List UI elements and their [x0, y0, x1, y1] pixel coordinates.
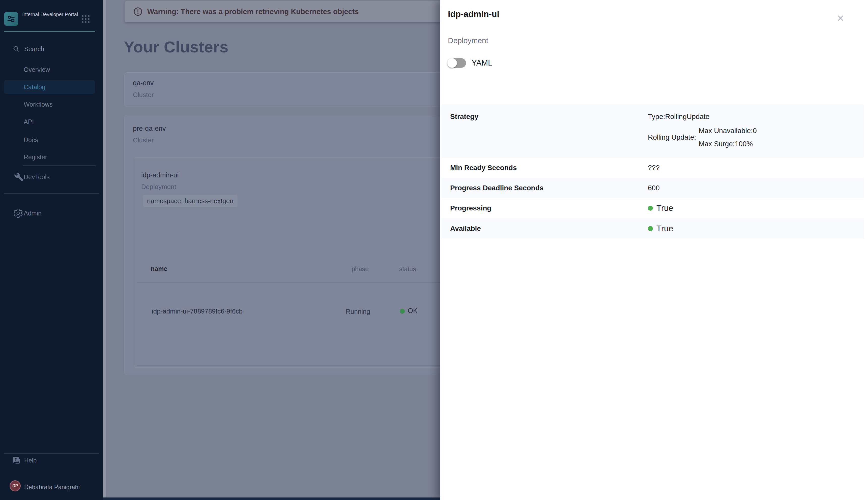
footer-divider — [4, 453, 99, 454]
detail-row-progress-deadline-seconds: Progress Deadline Seconds 600 — [441, 178, 864, 198]
user-name[interactable]: Debabrata Panigrahi — [24, 484, 80, 491]
max-unavailable-value: Max Unavailable:0 — [699, 124, 757, 137]
sidebar-item-devtools[interactable]: DevTools — [0, 170, 103, 183]
status-dot-green — [648, 206, 653, 211]
wrench-icon — [14, 172, 24, 182]
workload-name: idp-admin-ui — [141, 171, 179, 179]
workload-kind: Deployment — [141, 183, 176, 191]
max-surge-value: Max Surge:100% — [699, 137, 757, 150]
sidebar-item-register[interactable]: Register — [24, 154, 47, 161]
brand-title: Internal Developer Portal — [22, 11, 79, 18]
nav-divider — [23, 165, 96, 166]
help-chat-icon: ? — [12, 456, 21, 465]
warning-circle-icon — [133, 7, 143, 16]
pod-status-dot — [400, 309, 405, 314]
cluster-name: pre-qa-env — [133, 125, 166, 133]
pods-table-header-name: name — [151, 265, 167, 272]
detail-row-strategy: Strategy Type:RollingUpdate Rolling Upda… — [441, 105, 864, 158]
sidebar-scrollbar[interactable] — [103, 0, 106, 500]
admin-label: Admin — [24, 210, 42, 217]
detail-value: ??? — [648, 164, 864, 172]
detail-label: Progressing — [441, 204, 648, 212]
sidebar-item-overview[interactable]: Overview — [24, 66, 50, 73]
detail-label: Progress Deadline Seconds — [441, 184, 648, 192]
devtools-label: DevTools — [24, 173, 50, 181]
detail-label: Min Ready Seconds — [441, 164, 648, 172]
sidebar-search[interactable]: Search — [0, 42, 103, 55]
close-button[interactable] — [833, 11, 848, 25]
pods-table-header-phase: phase — [352, 265, 369, 273]
yaml-toggle-label: YAML — [471, 58, 492, 68]
strategy-type-value: Type:RollingUpdate — [648, 113, 864, 121]
svg-text:?: ? — [15, 457, 17, 462]
sidebar-item-help[interactable]: ? Help — [0, 454, 103, 466]
cluster-kind: Cluster — [133, 136, 154, 144]
drawer-subtitle: Deployment — [448, 36, 488, 45]
app-root: Internal Developer Portal Search Overvie… — [0, 0, 868, 500]
apps-grid-icon[interactable] — [82, 15, 90, 23]
bottom-strip — [103, 498, 440, 500]
namespace-chip: namespace: harness-nextgen — [143, 195, 237, 207]
detail-value: True — [656, 224, 673, 234]
user-avatar[interactable]: DP — [10, 480, 21, 491]
detail-row-available: Available True — [441, 218, 864, 239]
detail-label: Available — [441, 225, 648, 232]
cluster-kind: Cluster — [133, 91, 154, 99]
sidebar-active-highlight — [4, 80, 95, 94]
section-divider — [4, 193, 99, 194]
detail-value: True — [656, 203, 673, 213]
cluster-name: qa-env — [133, 79, 154, 87]
search-label: Search — [24, 45, 44, 53]
pod-phase-cell: Running — [346, 308, 370, 316]
page-title: Your Clusters — [124, 38, 229, 56]
sidebar-item-admin[interactable]: Admin — [0, 207, 103, 220]
sidebar-item-api[interactable]: API — [24, 118, 34, 125]
gear-icon — [13, 208, 23, 218]
drawer-title: idp-admin-ui — [448, 9, 499, 19]
detail-row-min-ready-seconds: Min Ready Seconds ??? — [441, 158, 864, 178]
yaml-toggle[interactable] — [448, 58, 466, 68]
close-icon — [837, 14, 844, 22]
detail-label: Strategy — [441, 105, 648, 121]
status-dot-green — [648, 226, 653, 231]
deployment-details-table: Strategy Type:RollingUpdate Rolling Upda… — [441, 105, 864, 239]
yaml-toggle-row: YAML — [448, 58, 492, 68]
rolling-update-label: Rolling Update: — [648, 133, 696, 141]
app-logo[interactable] — [4, 12, 18, 26]
sidebar-item-workflows[interactable]: Workflows — [24, 101, 53, 108]
warning-banner-text: Warning: There was a problem retrieving … — [147, 8, 359, 16]
details-drawer: idp-admin-ui Deployment YAML Strategy Ty… — [440, 0, 868, 500]
pods-table-header-status: status — [399, 265, 416, 273]
sliders-logo-icon — [6, 14, 16, 24]
brand-divider — [4, 31, 95, 32]
pod-status-cell: OK — [408, 307, 418, 315]
toggle-knob — [447, 58, 457, 68]
sidebar-item-docs[interactable]: Docs — [24, 136, 38, 144]
pod-name-cell: idp-admin-ui-7889789fc6-9f6cb — [152, 307, 243, 315]
search-icon — [13, 45, 20, 53]
sidebar: Internal Developer Portal Search Overvie… — [0, 0, 103, 500]
detail-row-progressing: Progressing True — [441, 198, 864, 218]
sidebar-item-catalog[interactable]: Catalog — [24, 83, 45, 91]
detail-value: 600 — [648, 184, 864, 192]
help-label: Help — [24, 457, 36, 464]
avatar-initials: DP — [12, 484, 18, 488]
